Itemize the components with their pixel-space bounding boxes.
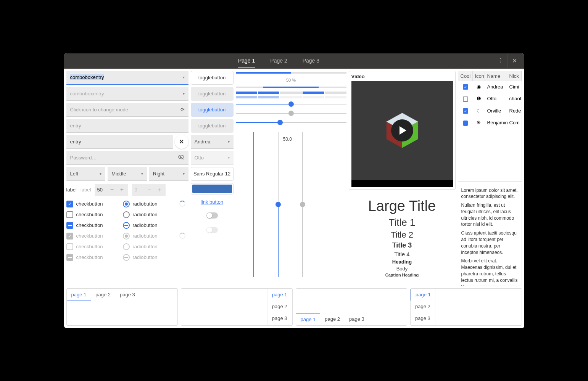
name-combo[interactable]: Andrea▾ xyxy=(191,135,234,149)
radio-1[interactable]: radiobutton xyxy=(123,201,175,207)
nb-tab[interactable]: page 2 xyxy=(91,289,115,301)
video-control-strip[interactable] xyxy=(351,180,453,187)
entry-disabled xyxy=(66,119,188,133)
radio-4-disabled: radiobutton xyxy=(123,233,175,240)
table-row[interactable]: ✓ ◉ Andrea Cimi xyxy=(458,81,522,93)
table-row[interactable]: ❶ Otto chaotic xyxy=(458,93,522,105)
table-header: Cool Icon Name Nick xyxy=(458,71,522,81)
eye-off-icon[interactable] xyxy=(178,154,185,162)
nb-tab[interactable]: page 3 xyxy=(411,312,435,324)
checkbox-indeterminate-icon[interactable] xyxy=(463,121,468,126)
header-tab-1[interactable]: Page 1 xyxy=(238,54,255,68)
header-tab-2[interactable]: Page 2 xyxy=(270,54,287,68)
col-nick[interactable]: Nick xyxy=(507,71,522,81)
nb-tab[interactable]: page 3 xyxy=(267,312,292,324)
password-entry[interactable] xyxy=(66,151,188,165)
checkbox-checked-icon[interactable]: ✓ xyxy=(463,84,468,90)
table-row[interactable]: ✓ ☾ Orville Rede xyxy=(458,105,522,117)
switch-1[interactable] xyxy=(206,212,218,219)
nb-tab[interactable]: page 2 xyxy=(267,301,292,312)
switch-2-disabled xyxy=(206,227,218,233)
lorem-p4: Morbi vel elit erat. Maecenas dignissim,… xyxy=(461,258,519,286)
position-right-label: Right xyxy=(153,171,164,177)
check-circle-icon: ◉ xyxy=(473,83,485,91)
checkbox-checked-icon[interactable]: ✓ xyxy=(463,108,468,114)
nb-tab[interactable]: page 3 xyxy=(115,289,140,301)
combobox-entry-1[interactable]: comboboxentry ▾ xyxy=(66,71,188,85)
entry-with-clear[interactable] xyxy=(66,135,173,149)
hscale-3[interactable] xyxy=(236,119,346,126)
name-combo-dis-value: Otto xyxy=(195,155,204,161)
plus-icon[interactable]: + xyxy=(118,186,126,193)
video-player[interactable] xyxy=(351,81,453,180)
header-tabs: Page 1 Page 2 Page 3 xyxy=(64,54,494,68)
lorem-text-view[interactable]: Lorem ipsum dolor sit amet, consectetur … xyxy=(458,184,522,286)
col-icon[interactable]: Icon xyxy=(473,71,485,81)
radio-checked-icon xyxy=(123,233,130,240)
col-name[interactable]: Name xyxy=(485,71,507,81)
position-left-combo[interactable]: Left▾ xyxy=(66,167,106,181)
minus-icon[interactable]: − xyxy=(108,186,116,193)
col-cool[interactable]: Cool xyxy=(458,71,473,81)
link-button[interactable]: link button xyxy=(191,197,234,207)
spin2-value: 0 xyxy=(134,187,143,193)
vscale-label: 50.0 xyxy=(283,137,292,142)
menu-icon[interactable]: ⋮ xyxy=(494,54,507,68)
checkbox-icon xyxy=(66,243,73,250)
mode-entry[interactable]: ⟳ xyxy=(66,103,188,117)
checkbox-icon[interactable] xyxy=(463,96,468,102)
alert-icon: ❶ xyxy=(473,95,485,103)
close-icon[interactable]: ✕ xyxy=(507,54,521,68)
play-icon[interactable] xyxy=(391,119,413,141)
nb-tab[interactable]: page 2 xyxy=(320,313,345,325)
radio-2[interactable]: radiobutton xyxy=(123,211,175,218)
title-3: Title 3 xyxy=(351,241,453,249)
position-middle-combo[interactable]: Middle▾ xyxy=(108,167,147,181)
nb-tab[interactable]: page 2 xyxy=(411,301,435,312)
chevron-down-icon: ▾ xyxy=(228,140,230,144)
color-button[interactable] xyxy=(191,183,234,195)
check-1[interactable]: ✓checkbutton xyxy=(66,201,118,207)
mode-input[interactable] xyxy=(70,107,180,113)
cell-name: Andrea xyxy=(485,83,507,91)
vscale-1[interactable] xyxy=(251,132,256,277)
cell-nick: Cimi xyxy=(507,83,522,91)
lorem-p1: Lorem ipsum dolor sit amet, consectetur … xyxy=(461,187,519,200)
password-input[interactable] xyxy=(70,155,178,161)
nb-tab[interactable]: page 1 xyxy=(410,289,435,301)
hscale-1[interactable] xyxy=(236,101,346,108)
cell-nick: Rede xyxy=(507,107,522,115)
title-4: Title 4 xyxy=(351,251,453,257)
clear-button[interactable]: ✕ xyxy=(175,135,188,149)
table-row[interactable]: ✳ Benjamin Com xyxy=(458,117,522,129)
check-2[interactable]: checkbutton xyxy=(66,211,118,218)
toggle-button-1[interactable]: togglebutton xyxy=(191,71,234,85)
nb-tab[interactable]: page 1 xyxy=(267,289,293,301)
refresh-icon[interactable]: ⟳ xyxy=(180,107,185,113)
chevron-down-icon: ▾ xyxy=(100,172,101,176)
nb-tab[interactable]: page 1 xyxy=(67,289,91,301)
toggle-button-3-active[interactable]: togglebutton xyxy=(191,103,234,117)
entry-input[interactable] xyxy=(70,139,173,145)
minus-icon: − xyxy=(145,186,153,193)
name-combo-value: Andrea xyxy=(195,139,211,145)
position-right-combo[interactable]: Right▾ xyxy=(149,167,188,181)
notebook-bottom: page 1 page 2 page 3 xyxy=(296,288,408,326)
font-name: Sans Regular xyxy=(193,171,224,177)
spinbutton-1[interactable]: 50 − + xyxy=(95,184,128,196)
progress-bar-2 xyxy=(236,85,346,89)
cell-name: Orville xyxy=(485,107,507,115)
font-button[interactable]: Sans Regular 12 xyxy=(191,167,234,181)
check-3[interactable]: checkbutton xyxy=(66,222,118,229)
moon-icon: ☾ xyxy=(473,107,485,115)
checkbox-indeterminate-icon xyxy=(66,254,73,261)
nb-tab[interactable]: page 3 xyxy=(345,313,369,325)
vscale-2[interactable]: 50.0 xyxy=(275,132,281,277)
radio-3[interactable]: radiobutton xyxy=(123,222,175,229)
data-table[interactable]: Cool Icon Name Nick ✓ ◉ Andrea Cimi ❶ xyxy=(458,71,522,182)
body-text: Body xyxy=(351,266,453,272)
spinner-disabled-icon xyxy=(179,233,185,239)
header-tab-3[interactable]: Page 3 xyxy=(303,54,319,68)
typography-showcase: Large Title Title 1 Title 2 Title 3 Titl… xyxy=(349,192,456,281)
nb-tab[interactable]: page 1 xyxy=(296,313,321,325)
